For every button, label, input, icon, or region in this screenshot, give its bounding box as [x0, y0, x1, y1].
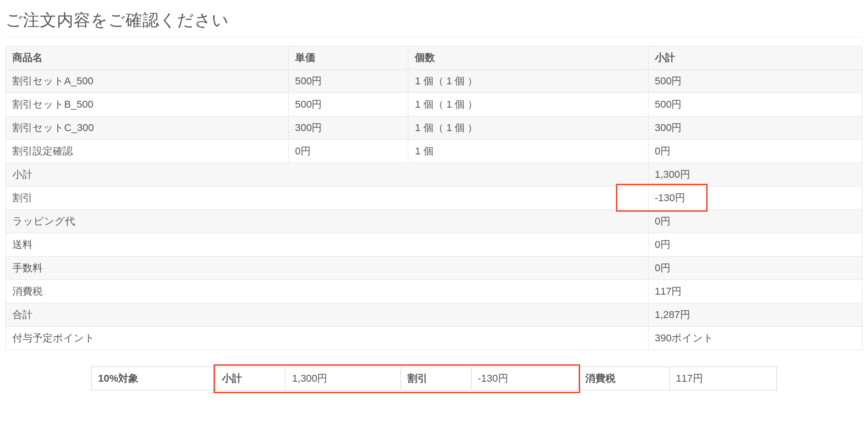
- item-subtotal: 500円: [648, 93, 862, 116]
- item-subtotal: 0円: [648, 140, 862, 163]
- summary-points-row: 付与予定ポイント 390ポイント: [6, 327, 863, 350]
- item-name: 割引セットB_500: [6, 93, 289, 116]
- item-subtotal: 500円: [648, 70, 862, 93]
- tax-tax-label: 消費税: [578, 367, 669, 390]
- summary-shipping-value: 0円: [648, 233, 862, 257]
- header-qty: 個数: [408, 46, 648, 70]
- summary-total-value: 1,287円: [648, 303, 862, 327]
- item-name: 割引セットC_300: [6, 116, 289, 140]
- item-qty: 1 個: [408, 140, 648, 163]
- summary-wrapping-row: ラッピング代 0円: [6, 210, 863, 233]
- page-title: ご注文内容をご確認ください: [5, 9, 863, 38]
- summary-subtotal-value: 1,300円: [648, 163, 862, 187]
- summary-shipping-row: 送料 0円: [6, 233, 863, 257]
- tax-rate-label: 10%対象: [92, 367, 215, 390]
- item-qty: 1 個（ 1 個 ）: [408, 93, 648, 116]
- order-table-wrap: 商品名 単価 個数 小計 割引セットA_500 500円 1 個（ 1 個 ） …: [5, 46, 863, 350]
- tax-row: 10%対象 小計 1,300円 割引 -130円 消費税 117円: [92, 367, 777, 390]
- tax-breakdown-table: 10%対象 小計 1,300円 割引 -130円 消費税 117円: [91, 367, 777, 390]
- table-row: 割引設定確認 0円 1 個 0円: [6, 140, 863, 163]
- table-header-row: 商品名 単価 個数 小計: [6, 46, 863, 70]
- summary-total-label: 合計: [6, 303, 648, 327]
- item-qty: 1 個（ 1 個 ）: [408, 70, 648, 93]
- item-qty: 1 個（ 1 個 ）: [408, 116, 648, 140]
- summary-fee-label: 手数料: [6, 257, 648, 280]
- summary-wrapping-label: ラッピング代: [6, 210, 648, 233]
- header-subtotal: 小計: [648, 46, 862, 70]
- item-unit: 500円: [288, 93, 408, 116]
- summary-discount-label: 割引: [6, 187, 648, 210]
- summary-points-label: 付与予定ポイント: [6, 327, 648, 350]
- item-subtotal: 300円: [648, 116, 862, 140]
- order-table: 商品名 単価 個数 小計 割引セットA_500 500円 1 個（ 1 個 ） …: [5, 46, 863, 350]
- table-row: 割引セットC_300 300円 1 個（ 1 個 ） 300円: [6, 116, 863, 140]
- item-name: 割引セットA_500: [6, 70, 289, 93]
- summary-subtotal-label: 小計: [6, 163, 648, 187]
- item-unit: 0円: [288, 140, 408, 163]
- header-unit: 単価: [288, 46, 408, 70]
- summary-wrapping-value: 0円: [648, 210, 862, 233]
- tax-discount-value: -130円: [471, 367, 578, 390]
- header-name: 商品名: [6, 46, 289, 70]
- item-name: 割引設定確認: [6, 140, 289, 163]
- summary-tax-label: 消費税: [6, 280, 648, 303]
- summary-shipping-label: 送料: [6, 233, 648, 257]
- summary-subtotal-row: 小計 1,300円: [6, 163, 863, 187]
- tax-discount-label: 割引: [401, 367, 471, 390]
- summary-tax-value: 117円: [648, 280, 862, 303]
- summary-fee-row: 手数料 0円: [6, 257, 863, 280]
- tax-breakdown-wrap: 10%対象 小計 1,300円 割引 -130円 消費税 117円: [5, 367, 863, 390]
- summary-fee-value: 0円: [648, 257, 862, 280]
- summary-discount-value: -130円: [648, 187, 862, 210]
- tax-subtotal-value: 1,300円: [286, 367, 401, 390]
- summary-total-row: 合計 1,287円: [6, 303, 863, 327]
- tax-subtotal-label: 小計: [215, 367, 286, 390]
- summary-points-value: 390ポイント: [648, 327, 862, 350]
- table-row: 割引セットB_500 500円 1 個（ 1 個 ） 500円: [6, 93, 863, 116]
- summary-tax-row: 消費税 117円: [6, 280, 863, 303]
- item-unit: 500円: [288, 70, 408, 93]
- table-row: 割引セットA_500 500円 1 個（ 1 個 ） 500円: [6, 70, 863, 93]
- summary-discount-row: 割引 -130円: [6, 187, 863, 210]
- tax-tax-value: 117円: [669, 367, 776, 390]
- item-unit: 300円: [288, 116, 408, 140]
